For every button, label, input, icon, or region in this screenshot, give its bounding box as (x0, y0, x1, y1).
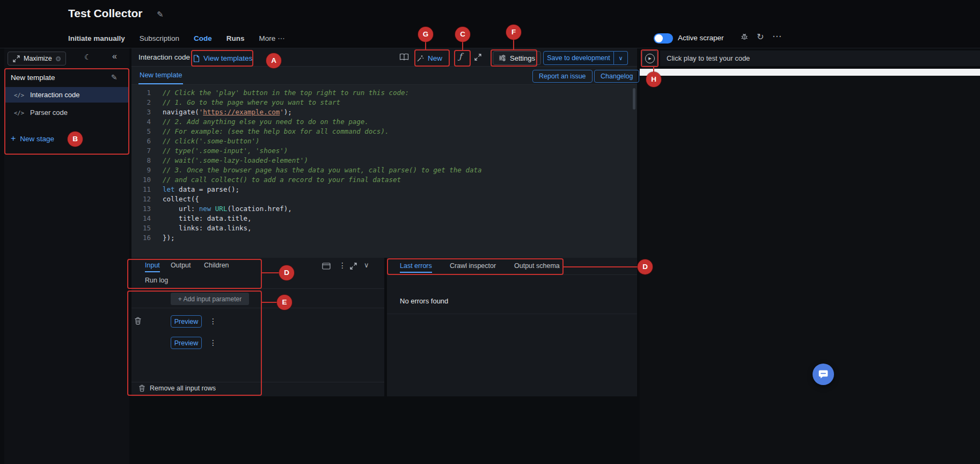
panel-divider (131, 308, 384, 308)
sidebar-item-parser-code[interactable]: </> Parser code (5, 105, 129, 120)
code-line: 13 url: new URL(location.href), (131, 204, 637, 214)
io-panel (131, 258, 384, 396)
code-line: 12collect({ (131, 194, 637, 204)
play-icon: ▶ (645, 54, 655, 63)
editor-tab-new-template[interactable]: New template (138, 67, 183, 84)
sidebar-item-label: Parser code (30, 108, 68, 117)
code-line: 2// 1. Go to the page where you want to … (131, 98, 637, 107)
tab-children[interactable]: Children (204, 262, 229, 271)
code-line: 7// type('.some-input', 'shoes') (131, 146, 637, 156)
nav-tab-runs[interactable]: Runs (226, 34, 245, 42)
code-line: 9// 3. Once the browser page has the dat… (131, 165, 637, 175)
code-line: 4// 2. Add anything else you need to do … (131, 117, 637, 127)
preview-button[interactable]: Preview (171, 315, 202, 328)
code-line: 3navigate('https://example.com'); (131, 107, 637, 117)
trash-icon (138, 385, 145, 392)
nav-tab-initiate-manually[interactable]: Initiate manually (68, 34, 125, 42)
code-icon: </> (14, 110, 24, 116)
active-scraper-toggle[interactable] (654, 33, 673, 44)
header-nav: Initiate manually Subscription Code Runs… (68, 32, 285, 45)
expand-icon (13, 55, 20, 62)
code-editor[interactable]: 1// Click the 'play' button in the top r… (131, 85, 637, 258)
play-glyph: ▶ (648, 56, 651, 61)
tab-input[interactable]: Input (145, 262, 160, 272)
remove-all-input-rows-button[interactable]: Remove all input rows (138, 385, 216, 392)
panel-divider (131, 288, 384, 289)
code-lines: 1// Click the 'play' button in the top r… (131, 88, 637, 243)
row-menu-icon[interactable]: ⋮ (209, 317, 217, 325)
run-code-button[interactable]: ▶ (642, 50, 657, 66)
run-hint-bar: Click play to test your code (660, 50, 980, 66)
editor-panel-title: Interaction code (138, 53, 190, 61)
new-stage-button[interactable]: + New stage (11, 134, 54, 143)
row-menu-icon[interactable]: ⋮ (209, 338, 217, 347)
dark-mode-icon[interactable]: ☾ (84, 53, 91, 61)
code-line: 8// wait('.some-lazy-loaded-element') (131, 156, 637, 165)
code-line: 11let data = parse(); (131, 185, 637, 194)
remove-all-label: Remove all input rows (150, 385, 216, 392)
panel-divider (131, 382, 384, 382)
settings-label: Settings (510, 54, 535, 62)
active-scraper-label: Active scraper (678, 34, 724, 42)
toggle-knob (655, 34, 663, 42)
add-input-parameter-button[interactable]: + Add input parameter (171, 293, 249, 305)
new-button-label: New (428, 54, 442, 62)
preview-window-icon[interactable] (322, 263, 331, 270)
empty-errors-message: No errors found (400, 297, 448, 305)
nav-tab-subscription[interactable]: Subscription (140, 34, 179, 42)
function-helpers-icon[interactable]: ƒ (459, 52, 462, 61)
tab-run-log[interactable]: Run log (145, 277, 168, 286)
expand-editor-icon[interactable] (474, 54, 481, 61)
tab-output[interactable]: Output (171, 262, 191, 271)
panel-collapse-chevron-icon[interactable]: ∨ (364, 261, 369, 269)
collapse-sidebar-icon[interactable]: « (112, 52, 117, 61)
errors-panel (387, 258, 637, 396)
sliders-icon (499, 55, 506, 61)
code-line: 15 links: data.links, (131, 223, 637, 233)
sidebar-item-interaction-code[interactable]: </> Interaction code (5, 87, 129, 103)
preview-button[interactable]: Preview (171, 337, 202, 349)
delete-row-icon[interactable] (134, 317, 142, 325)
template-doc-icon (193, 55, 200, 62)
template-name: New template (11, 74, 55, 82)
save-to-development-button[interactable]: Save to development (543, 51, 614, 65)
changelog-button[interactable]: Changelog (594, 70, 639, 83)
new-stage-label: New stage (20, 135, 54, 143)
code-line: 1// Click the 'play' button in the top r… (131, 88, 637, 98)
panel-divider (387, 274, 637, 275)
nav-tab-more[interactable]: More⋯ (259, 34, 285, 42)
editor-scrollbar-thumb[interactable] (633, 88, 635, 110)
view-templates-button[interactable]: View templates (193, 52, 252, 65)
settings-button[interactable]: Settings (493, 51, 541, 65)
view-templates-label: View templates (203, 54, 252, 62)
edit-template-icon[interactable]: ✎ (111, 73, 118, 82)
more-ellipsis-icon: ⋯ (277, 34, 285, 42)
nav-tab-code[interactable]: Code (194, 34, 212, 42)
panel-menu-icon[interactable]: ⋮ (339, 261, 346, 270)
bug-icon[interactable] (740, 32, 749, 40)
panel-expand-icon[interactable] (350, 263, 357, 270)
maximize-button[interactable]: Maximize (8, 52, 66, 66)
tab-last-errors[interactable]: Last errors (400, 262, 432, 273)
history-icon[interactable]: ↻ (757, 32, 764, 42)
tab-output-schema[interactable]: Output schema (514, 262, 560, 272)
docs-book-icon[interactable] (399, 53, 409, 61)
browser-preview-area (640, 76, 980, 464)
app-root: Test Collector ✎ Initiate manually Subsc… (0, 0, 980, 464)
code-line: 5// For example: (see the help box for a… (131, 127, 637, 136)
run-hint-label: Click play to test your code (667, 50, 980, 66)
chat-widget-button[interactable] (813, 364, 834, 385)
status-dot (56, 56, 61, 61)
header-overflow-icon[interactable]: ⋯ (772, 31, 782, 42)
report-issue-button[interactable]: Report an issue (532, 70, 593, 83)
tab-crawl-inspector[interactable]: Crawl inspector (450, 262, 496, 272)
edit-title-icon[interactable]: ✎ (157, 10, 164, 19)
panel-divider (387, 314, 637, 314)
code-line: 14 title: data.title, (131, 214, 637, 223)
code-line: 16}); (131, 233, 637, 243)
new-template-button[interactable]: New (416, 52, 442, 65)
save-dropdown-button[interactable]: ∨ (614, 51, 628, 65)
nav-more-label: More (259, 34, 276, 42)
preview-top-strip (640, 69, 980, 76)
chat-bubble-icon (818, 369, 829, 380)
